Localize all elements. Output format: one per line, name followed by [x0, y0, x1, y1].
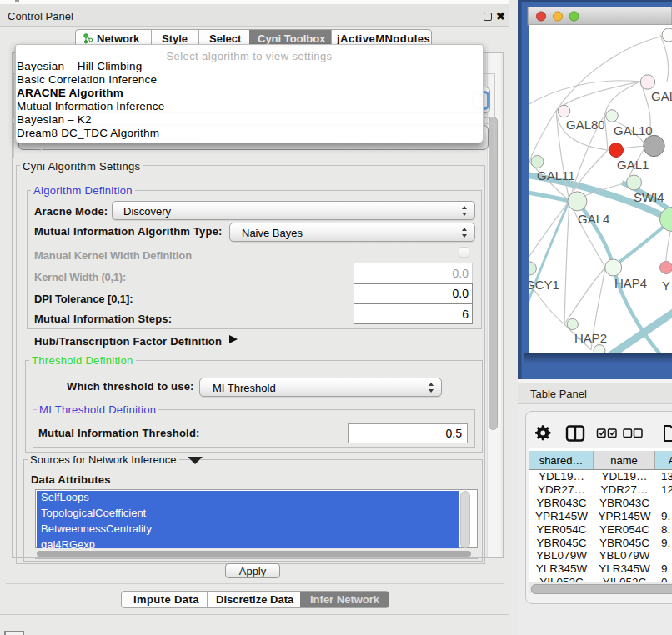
svg-text:GAL80: GAL80 — [566, 118, 605, 132]
svg-text:Y: Y — [662, 278, 670, 292]
svg-text:GAL4: GAL4 — [578, 212, 609, 226]
svg-text:GAL7: GAL7 — [651, 89, 672, 103]
svg-text:GCY1: GCY1 — [525, 278, 559, 292]
svg-text:GAL10: GAL10 — [614, 123, 653, 138]
svg-text:SWI4: SWI4 — [634, 190, 664, 204]
svg-text:HAP2: HAP2 — [574, 331, 607, 345]
svg-text:HAP4: HAP4 — [614, 276, 647, 290]
svg-text:GAL1: GAL1 — [617, 158, 649, 172]
svg-text:GAL11: GAL11 — [537, 168, 575, 182]
